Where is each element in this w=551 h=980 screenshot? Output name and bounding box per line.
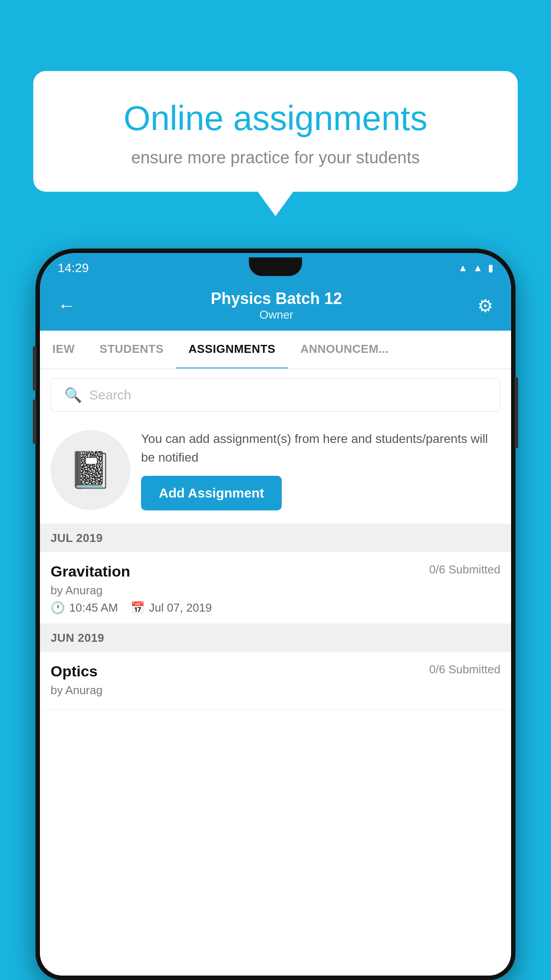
search-bar[interactable]: 🔍 Search xyxy=(51,378,500,412)
time-item-clock: 🕐 10:45 AM xyxy=(51,601,118,615)
speech-bubble-container: Online assignments ensure more practice … xyxy=(33,71,518,216)
add-assignment-button[interactable]: Add Assignment xyxy=(141,476,282,510)
speech-bubble-tail xyxy=(258,192,293,216)
phone-button-power xyxy=(515,377,518,448)
signal-icon: ▲ xyxy=(473,262,483,274)
phone-frame: 14:29 ▲ ▲ ▮ ← Physics Batch 12 Owner ⚙ I… xyxy=(35,249,516,980)
promo-section: 📓 You can add assignment(s) from here an… xyxy=(40,421,511,524)
promo-icon-circle: 📓 xyxy=(51,430,130,510)
content-area: 🔍 Search 📓 You can add assignment(s) fro… xyxy=(40,369,511,976)
assignment-submitted-optics: 0/6 Submitted xyxy=(429,663,500,676)
status-icons: ▲ ▲ ▮ xyxy=(458,262,493,274)
assignment-item-gravitation[interactable]: Gravitation 0/6 Submitted by Anurag 🕐 10… xyxy=(40,552,511,624)
status-time: 14:29 xyxy=(58,261,89,275)
assignment-name-gravitation: Gravitation xyxy=(51,563,130,580)
promo-description: You can add assignment(s) from here and … xyxy=(141,430,500,467)
wifi-icon: ▲ xyxy=(458,262,468,274)
calendar-icon: 📅 xyxy=(130,601,145,615)
speech-bubble-subtitle: ensure more practice for your students xyxy=(69,148,482,167)
header-title: Physics Batch 12 xyxy=(75,289,477,308)
tab-assignments[interactable]: ASSIGNMENTS xyxy=(176,331,288,369)
tab-iew[interactable]: IEW xyxy=(40,331,87,368)
promo-text-area: You can add assignment(s) from here and … xyxy=(141,430,500,510)
assignment-author-gravitation: by Anurag xyxy=(51,584,500,597)
phone-notch xyxy=(249,257,302,276)
tab-students[interactable]: STUDENTS xyxy=(87,331,176,368)
tab-announcements[interactable]: ANNOUNCEM... xyxy=(288,331,401,368)
header-subtitle: Owner xyxy=(75,308,477,322)
speech-bubble-title: Online assignments xyxy=(69,98,482,139)
phone-button-volume-down xyxy=(33,399,36,444)
notebook-icon: 📓 xyxy=(68,449,113,491)
assignment-author-optics: by Anurag xyxy=(51,684,500,697)
search-placeholder: Search xyxy=(89,387,131,403)
time-item-date: 📅 Jul 07, 2019 xyxy=(130,601,212,615)
assignment-time-row-gravitation: 🕐 10:45 AM 📅 Jul 07, 2019 xyxy=(51,601,500,615)
assignment-name-optics: Optics xyxy=(51,663,98,680)
assignment-item-optics[interactable]: Optics 0/6 Submitted by Anurag xyxy=(40,652,511,710)
assignment-date: Jul 07, 2019 xyxy=(149,601,212,615)
section-header-jul: JUL 2019 xyxy=(40,524,511,552)
search-container: 🔍 Search xyxy=(40,369,511,421)
section-header-jun: JUN 2019 xyxy=(40,624,511,652)
back-button[interactable]: ← xyxy=(58,296,75,316)
battery-icon: ▮ xyxy=(488,262,493,274)
speech-bubble: Online assignments ensure more practice … xyxy=(33,71,518,192)
app-header: ← Physics Batch 12 Owner ⚙ xyxy=(40,280,511,331)
clock-icon: 🕐 xyxy=(51,601,65,615)
assignment-row-top-optics: Optics 0/6 Submitted xyxy=(51,663,500,680)
header-title-area: Physics Batch 12 Owner xyxy=(75,289,477,322)
settings-icon[interactable]: ⚙ xyxy=(477,296,493,316)
tabs-bar: IEW STUDENTS ASSIGNMENTS ANNOUNCEM... xyxy=(40,331,511,369)
assignment-submitted-gravitation: 0/6 Submitted xyxy=(429,563,500,577)
phone-screen-inner: 14:29 ▲ ▲ ▮ ← Physics Batch 12 Owner ⚙ I… xyxy=(40,253,511,976)
assignment-time: 10:45 AM xyxy=(69,601,118,615)
search-icon: 🔍 xyxy=(64,387,82,403)
phone-button-volume-up xyxy=(33,346,36,391)
phone-screen: 14:29 ▲ ▲ ▮ ← Physics Batch 12 Owner ⚙ I… xyxy=(40,253,511,976)
assignment-row-top: Gravitation 0/6 Submitted xyxy=(51,563,500,580)
